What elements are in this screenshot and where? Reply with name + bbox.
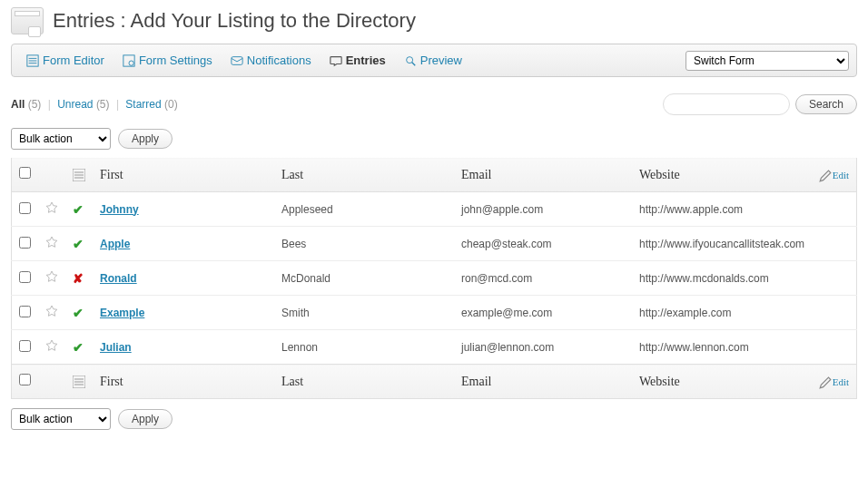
notifications-icon bbox=[231, 54, 243, 67]
entry-first-link[interactable]: Julian bbox=[100, 341, 132, 354]
pencil-icon bbox=[819, 170, 830, 180]
col-footer-first: First bbox=[93, 365, 274, 399]
bulk-action-select-bottom[interactable]: Bulk action bbox=[11, 408, 111, 430]
star-icon[interactable] bbox=[45, 339, 58, 352]
star-icon[interactable] bbox=[45, 305, 58, 317]
entry-website: http://example.com bbox=[632, 296, 857, 330]
col-header-last[interactable]: Last bbox=[274, 158, 454, 192]
entry-website: http://www.mcdonalds.com bbox=[632, 261, 857, 296]
toolbar-label: Notifications bbox=[247, 54, 311, 67]
filter-starred[interactable]: Starred bbox=[125, 98, 161, 111]
entry-last: McDonald bbox=[274, 261, 454, 296]
col-header-first[interactable]: First bbox=[93, 158, 274, 192]
check-icon: ✔ bbox=[73, 237, 84, 251]
entry-website: http://www.apple.com bbox=[632, 192, 857, 227]
switch-form-select[interactable]: Switch Form bbox=[686, 51, 849, 71]
entries-icon bbox=[330, 54, 342, 67]
entry-email: cheap@steak.com bbox=[454, 227, 632, 261]
entry-last: Smith bbox=[274, 296, 454, 330]
form-editor-icon bbox=[26, 54, 39, 67]
toolbar-form-editor[interactable]: Form Editor bbox=[19, 50, 112, 71]
form-settings-icon bbox=[123, 54, 135, 67]
star-icon[interactable] bbox=[45, 270, 58, 283]
list-icon bbox=[73, 376, 85, 388]
toolbar-label: Form Settings bbox=[139, 54, 212, 67]
svg-point-5 bbox=[129, 61, 133, 65]
entry-first-link[interactable]: Johnny bbox=[100, 203, 139, 216]
table-row: ✔AppleBeescheap@steak.comhttp://www.ifyo… bbox=[12, 227, 857, 261]
toolbar-form-settings[interactable]: Form Settings bbox=[115, 50, 220, 71]
entry-first-link[interactable]: Ronald bbox=[100, 272, 137, 285]
row-checkbox[interactable] bbox=[19, 237, 31, 249]
preview-icon bbox=[404, 54, 417, 67]
entry-last: Lennon bbox=[274, 330, 454, 365]
row-checkbox[interactable] bbox=[19, 340, 31, 352]
star-icon[interactable] bbox=[45, 201, 58, 214]
entry-email: example@me.com bbox=[454, 296, 632, 330]
col-header-website[interactable]: Website bbox=[632, 158, 812, 192]
svg-point-7 bbox=[406, 56, 412, 63]
star-icon[interactable] bbox=[45, 236, 58, 249]
entry-email: julian@lennon.com bbox=[454, 330, 632, 365]
col-header-email[interactable]: Email bbox=[454, 158, 632, 192]
entry-email: ron@mcd.com bbox=[454, 261, 632, 296]
row-checkbox[interactable] bbox=[19, 202, 31, 214]
table-row: ✔JulianLennonjulian@lennon.comhttp://www… bbox=[12, 330, 857, 365]
row-checkbox[interactable] bbox=[19, 271, 31, 283]
page-title: Entries : Add Your Listing to the Direct… bbox=[53, 9, 416, 33]
filter-all[interactable]: All bbox=[11, 98, 25, 111]
table-row: ✘RonaldMcDonaldron@mcd.comhttp://www.mcd… bbox=[12, 261, 857, 296]
select-all-checkbox-bottom[interactable] bbox=[19, 374, 31, 385]
row-checkbox[interactable] bbox=[19, 306, 31, 317]
check-icon: ✔ bbox=[73, 340, 84, 355]
edit-columns-link-bottom[interactable]: Edit bbox=[819, 376, 850, 387]
toolbar-label: Entries bbox=[346, 54, 386, 67]
select-all-checkbox-top[interactable] bbox=[19, 167, 31, 179]
edit-columns-link-top[interactable]: Edit bbox=[819, 170, 850, 180]
entry-first-link[interactable]: Apple bbox=[100, 238, 130, 250]
entry-email: john@apple.com bbox=[454, 192, 632, 227]
entry-website: http://www.lennon.com bbox=[632, 330, 857, 365]
form-icon bbox=[11, 7, 44, 34]
apply-button-bottom[interactable]: Apply bbox=[118, 409, 173, 429]
svg-rect-6 bbox=[232, 56, 242, 64]
toolbar-entries[interactable]: Entries bbox=[322, 50, 393, 71]
col-footer-email: Email bbox=[454, 365, 632, 399]
toolbar-label: Preview bbox=[420, 54, 462, 67]
filter-links: All (5) | Unread (5) | Starred (0) bbox=[11, 98, 178, 111]
entries-table: First Last Email Website Edit ✔JohnnyApp… bbox=[11, 157, 857, 399]
entry-first-link[interactable]: Example bbox=[100, 307, 144, 319]
svg-line-8 bbox=[411, 62, 415, 65]
check-icon: ✔ bbox=[73, 306, 84, 320]
list-icon bbox=[73, 169, 85, 181]
col-footer-website: Website bbox=[632, 365, 812, 399]
col-footer-last: Last bbox=[274, 365, 454, 399]
x-icon: ✘ bbox=[73, 271, 84, 286]
toolbar-preview[interactable]: Preview bbox=[397, 50, 469, 71]
search-button[interactable]: Search bbox=[795, 94, 857, 114]
entry-last: Appleseed bbox=[274, 192, 454, 227]
pencil-icon bbox=[819, 376, 830, 387]
toolbar: Form Editor Form Settings Notifications … bbox=[11, 44, 857, 77]
toolbar-notifications[interactable]: Notifications bbox=[223, 50, 319, 71]
table-row: ✔ExampleSmithexample@me.comhttp://exampl… bbox=[12, 296, 857, 330]
bulk-action-select-top[interactable]: Bulk action bbox=[11, 128, 111, 150]
entry-last: Bees bbox=[274, 227, 454, 261]
apply-button-top[interactable]: Apply bbox=[118, 129, 173, 149]
filter-unread[interactable]: Unread bbox=[57, 98, 93, 111]
table-row: ✔JohnnyAppleseedjohn@apple.comhttp://www… bbox=[12, 192, 857, 227]
toolbar-label: Form Editor bbox=[43, 54, 104, 67]
search-input[interactable] bbox=[663, 93, 790, 115]
entry-website: http://www.ifyoucancallitsteak.com bbox=[632, 227, 857, 261]
check-icon: ✔ bbox=[73, 202, 84, 217]
